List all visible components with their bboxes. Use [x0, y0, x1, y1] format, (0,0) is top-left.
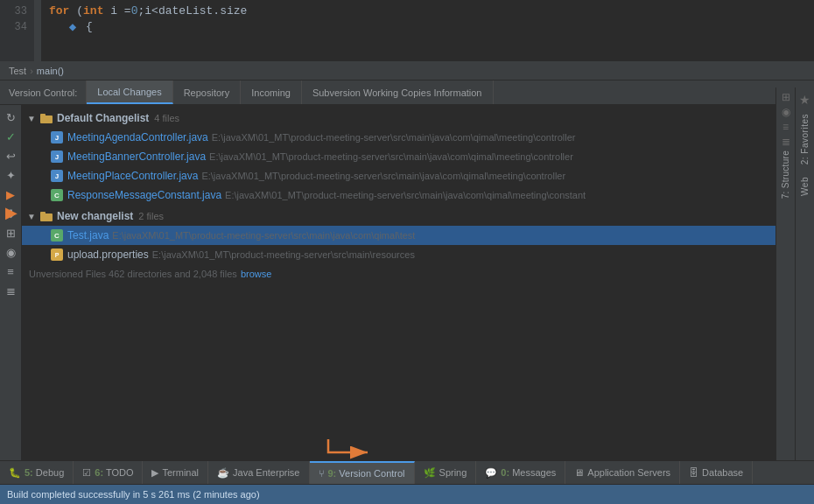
status-message: Build completed successfully in 5 s 261 … [7, 489, 260, 500]
list-diff-button[interactable]: ≣ [2, 282, 19, 299]
tab-incoming[interactable]: Incoming [241, 80, 302, 104]
filename-response-message: ResponseMessageConstant.java [67, 189, 221, 201]
filepath-upload-properties: E:\javaXM\01_MT\product-meeting-server\s… [152, 249, 415, 260]
structure-panel: ⊞ ◉ ≡ ≣ 7: Structure [775, 88, 795, 460]
folder-icon-default [39, 111, 53, 125]
grid-button[interactable]: ⊞ [2, 224, 19, 242]
java-enterprise-icon: ☕ [217, 467, 229, 479]
tab-java-enterprise[interactable]: ☕ Java Enterprise [208, 461, 309, 484]
prop-icon-upload: P [50, 248, 64, 262]
messages-icon: 💬 [485, 467, 497, 479]
structure-label: 7: Structure [781, 150, 790, 199]
changelist-default-header[interactable]: ▼ Default Changelist 4 files [22, 108, 814, 128]
java-icon-meeting-banner: J [50, 150, 64, 164]
java-icon-response-message: C [50, 188, 64, 202]
breadcrumb-test: Test [9, 66, 26, 76]
add-button[interactable]: ✦ [2, 166, 19, 184]
java-icon-test: C [50, 228, 64, 242]
unversioned-label: Unversioned Files [29, 269, 106, 279]
filepath-test-java: E:\javaXM\01_MT\product-meeting-server\s… [112, 230, 415, 241]
filepath-meeting-place: E:\javaXM\01_MT\product-meeting-server\s… [201, 171, 565, 181]
app-servers-icon: 🖥 [574, 467, 584, 478]
tab-terminal[interactable]: ▶ Terminal [143, 461, 208, 484]
left-arrow-indicator: ▶ [5, 203, 18, 222]
eye-button[interactable]: ◉ [2, 243, 19, 261]
status-bar: Build completed successfully in 5 s 261 … [0, 485, 814, 504]
favorites-label[interactable]: 2: Favorites [800, 114, 810, 164]
structure-eye-icon[interactable]: ◉ [782, 106, 790, 118]
tab-debug[interactable]: 🐛 5: Debug [0, 461, 74, 484]
tab-version-control[interactable]: ⑂ 9: Version Control [310, 461, 415, 484]
file-item-test-java[interactable]: C Test.java E:\javaXM\01_MT\product-meet… [22, 226, 814, 245]
filename-meeting-banner: MeetingBannerController.java [67, 150, 206, 163]
spring-icon: 🌿 [424, 467, 436, 479]
vc-label: Version Control: [0, 80, 87, 104]
tab-subversion[interactable]: Subversion Working Copies Information [302, 80, 494, 104]
file-item-meeting-agenda[interactable]: J MeetingAgendaController.java E:\javaXM… [22, 128, 814, 147]
java-icon-meeting-place: J [50, 169, 64, 183]
folder-icon-new [39, 209, 53, 223]
changelist-new-header[interactable]: ▼ New changelist 2 files [22, 206, 814, 226]
check-button[interactable]: ✓ [2, 128, 19, 145]
keyword-for: for [49, 4, 69, 19]
browse-link[interactable]: browse [241, 269, 271, 279]
filename-meeting-agenda: MeetingAgendaController.java [67, 131, 208, 144]
web-label[interactable]: Web [800, 177, 810, 196]
bottom-arrow-indicator [324, 435, 376, 464]
arrow-button[interactable]: ▶ [2, 186, 19, 203]
list-indent-button[interactable]: ≡ [2, 262, 19, 280]
filename-test-java: Test.java [67, 229, 109, 242]
tab-app-servers[interactable]: 🖥 Application Servers [565, 461, 680, 484]
star-icon: ★ [799, 93, 810, 107]
database-icon: 🗄 [689, 467, 698, 478]
changelist-default-count: 4 files [154, 113, 179, 123]
bottom-tabbar: 🐛 5: Debug ☑ 6: TODO ▶ Terminal ☕ Java E… [0, 460, 814, 485]
breadcrumb-main: main() [37, 66, 64, 76]
file-item-response-message[interactable]: C ResponseMessageConstant.java E:\javaXM… [22, 186, 814, 205]
filepath-meeting-agenda: E:\javaXM\01_MT\product-meeting-server\s… [212, 132, 576, 143]
tab-database[interactable]: 🗄 Database [680, 461, 753, 484]
java-icon-meeting-agenda: J [50, 130, 64, 144]
changelist-default: ▼ Default Changelist 4 files J MeetingAg… [22, 108, 814, 205]
code-editor: 33 34 for ( int i = 0 ; i < dateList.siz… [0, 0, 814, 61]
structure-diff-icon[interactable]: ≣ [782, 136, 790, 148]
structure-indent-icon[interactable]: ≡ [782, 121, 789, 133]
line-numbers: 33 34 [0, 0, 35, 61]
file-tree: ▼ Default Changelist 4 files J MeetingAg… [22, 105, 814, 472]
breadcrumb: Test › main() [0, 61, 814, 80]
code-content: for ( int i = 0 ; i < dateList.size ◆ { [42, 0, 814, 61]
tab-local-changes[interactable]: Local Changes [87, 80, 172, 104]
expand-arrow-new[interactable]: ▼ [25, 210, 38, 222]
tab-todo[interactable]: ☑ 6: TODO [74, 461, 143, 484]
gutter-icon: ◆ [67, 19, 79, 35]
filepath-response-message: E:\javaXM\01_MT\product-meeting-server\s… [225, 190, 586, 200]
expand-arrow-default[interactable]: ▼ [25, 112, 38, 124]
tab-repository[interactable]: Repository [173, 80, 242, 104]
side-labels: ★ 2: Favorites Web [795, 88, 814, 460]
main-content: ↻ ✓ ↩ ✦ ▶ ⬇ ⊞ ◉ ≡ ≣ ▼ Default Changelist… [0, 105, 814, 472]
revert-button[interactable]: ↩ [2, 147, 19, 164]
filename-upload-properties: upload.properties [67, 248, 149, 261]
file-item-meeting-banner[interactable]: J MeetingBannerController.java E:\javaXM… [22, 147, 814, 166]
unversioned-files-row: Unversioned Files 462 directories and 2,… [22, 266, 814, 282]
changelist-default-name: Default Changelist [57, 112, 149, 124]
file-item-meeting-place[interactable]: J MeetingPlaceController.java E:\javaXM\… [22, 166, 814, 186]
changelist-new-name: New changelist [57, 210, 133, 222]
keyword-int: int [83, 4, 103, 19]
tab-messages[interactable]: 💬 0: Messages [476, 461, 565, 484]
file-item-upload-properties[interactable]: P upload.properties E:\javaXM\01_MT\prod… [22, 245, 814, 264]
filename-meeting-place: MeetingPlaceController.java [67, 170, 198, 182]
tab-spring[interactable]: 🌿 Spring [415, 461, 477, 484]
refresh-button[interactable]: ↻ [2, 108, 19, 126]
terminal-icon: ▶ [151, 467, 158, 479]
filepath-meeting-banner: E:\javaXM\01_MT\product-meeting-server\s… [209, 151, 573, 162]
structure-grid-icon[interactable]: ⊞ [782, 91, 790, 103]
todo-icon: ☑ [82, 467, 91, 479]
svg-rect-1 [40, 114, 46, 117]
svg-rect-3 [40, 212, 46, 215]
debug-icon: 🐛 [9, 467, 21, 479]
left-toolbar: ↻ ✓ ↩ ✦ ▶ ⬇ ⊞ ◉ ≡ ≣ [0, 105, 22, 472]
changelist-new-count: 2 files [138, 211, 164, 221]
version-control-icon: ⑂ [319, 468, 325, 479]
vc-tabbar: Version Control: Local Changes Repositor… [0, 80, 814, 105]
